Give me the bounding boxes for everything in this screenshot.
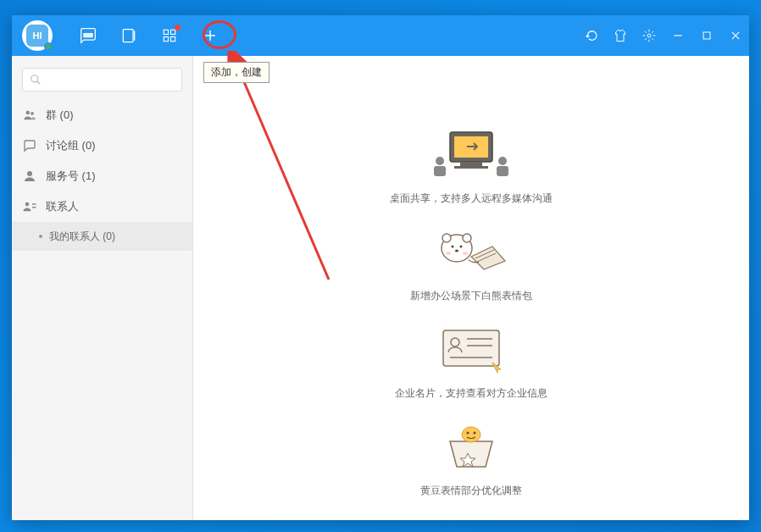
toolbar [80, 27, 219, 44]
search-input[interactable] [47, 74, 175, 86]
settings-icon[interactable] [642, 29, 656, 42]
svg-point-33 [460, 246, 463, 248]
svg-point-18 [25, 202, 30, 207]
svg-rect-2 [164, 30, 168, 34]
feature-text: 企业名片，支持查看对方企业信息 [395, 386, 547, 401]
svg-point-8 [647, 34, 651, 37]
feature-emoji: 黄豆表情部分优化调整 [420, 418, 522, 498]
svg-point-15 [26, 111, 31, 115]
feature-text: 新增办公场景下白熊表情包 [410, 289, 532, 303]
feature-illustration [425, 223, 518, 282]
svg-rect-4 [164, 37, 168, 42]
add-icon[interactable] [202, 27, 219, 44]
notification-badge [175, 25, 181, 30]
bullet-icon [39, 235, 42, 238]
svg-rect-23 [460, 162, 482, 166]
main-panel: 桌面共享，支持多人远程多媒体沟通 [193, 56, 749, 520]
feature-bear-sticker: 新增办公场景下白熊表情包 [410, 223, 532, 303]
messages-icon[interactable] [80, 27, 97, 44]
svg-point-27 [498, 157, 507, 165]
status-dot [44, 42, 53, 51]
feature-text: 黄豆表情部分优化调整 [420, 484, 522, 498]
apps-icon[interactable] [161, 27, 178, 44]
search-icon [30, 74, 42, 86]
discussion-icon [22, 138, 37, 153]
sidebar-label: 讨论组 (0) [46, 138, 96, 153]
feature-illustration [425, 125, 518, 185]
feature-screen-share: 桌面共享，支持多人远程多媒体沟通 [390, 125, 553, 206]
titlebar: HI [12, 15, 749, 56]
add-tooltip: 添加，创建 [203, 62, 269, 83]
svg-point-46 [474, 432, 476, 435]
sidebar-item-contacts[interactable]: 联系人 [12, 191, 192, 222]
sidebar-item-discussion[interactable]: 讨论组 (0) [12, 130, 192, 161]
svg-line-14 [37, 81, 41, 85]
sidebar-subitem-my-contacts[interactable]: 我的联系人 (0) [12, 222, 192, 251]
feature-text: 桌面共享，支持多人远程多媒体沟通 [390, 191, 553, 206]
svg-rect-0 [123, 30, 133, 42]
svg-point-30 [442, 234, 451, 242]
sidebar-item-groups[interactable]: 群 (0) [12, 100, 192, 130]
svg-point-31 [463, 234, 471, 242]
search-box[interactable] [22, 68, 182, 91]
svg-rect-24 [454, 166, 488, 169]
sidebar-sublabel: 我的联系人 (0) [49, 230, 115, 244]
svg-point-32 [452, 246, 454, 248]
svg-rect-28 [497, 166, 508, 176]
sidebar-label: 联系人 [46, 199, 79, 214]
svg-point-36 [463, 252, 468, 255]
svg-rect-10 [703, 32, 710, 39]
svg-point-35 [446, 252, 451, 255]
service-icon [22, 169, 37, 184]
history-icon[interactable] [585, 29, 598, 42]
sidebar-label: 服务号 (1) [46, 169, 96, 184]
sidebar-item-service[interactable]: 服务号 (1) [12, 161, 192, 191]
svg-rect-26 [434, 166, 446, 176]
window-controls [585, 29, 742, 42]
svg-point-34 [455, 250, 458, 252]
contacts-icon[interactable] [120, 27, 137, 44]
feature-illustration [425, 418, 518, 477]
app-logo[interactable]: HI [22, 20, 53, 51]
svg-point-45 [467, 432, 469, 435]
svg-rect-5 [171, 37, 175, 42]
svg-point-13 [31, 75, 38, 82]
svg-point-25 [436, 157, 444, 165]
svg-point-17 [27, 171, 32, 176]
minimize-button[interactable] [671, 29, 685, 42]
group-icon [22, 108, 37, 123]
contacts-list-icon [22, 199, 37, 214]
sidebar: 群 (0) 讨论组 (0) 服务号 (1) 联系人 我的联系人 (0) [12, 56, 193, 520]
app-window: HI [12, 15, 749, 520]
svg-point-16 [31, 112, 34, 115]
maximize-button[interactable] [700, 29, 714, 42]
sidebar-label: 群 (0) [46, 108, 74, 123]
skin-icon[interactable] [614, 29, 627, 42]
close-button[interactable] [729, 29, 742, 42]
svg-point-44 [462, 427, 480, 442]
feature-business-card: 企业名片，支持查看对方企业信息 [395, 320, 547, 401]
content-area: 群 (0) 讨论组 (0) 服务号 (1) 联系人 我的联系人 (0) [12, 56, 749, 520]
svg-rect-3 [171, 30, 175, 34]
feature-illustration [425, 320, 518, 380]
